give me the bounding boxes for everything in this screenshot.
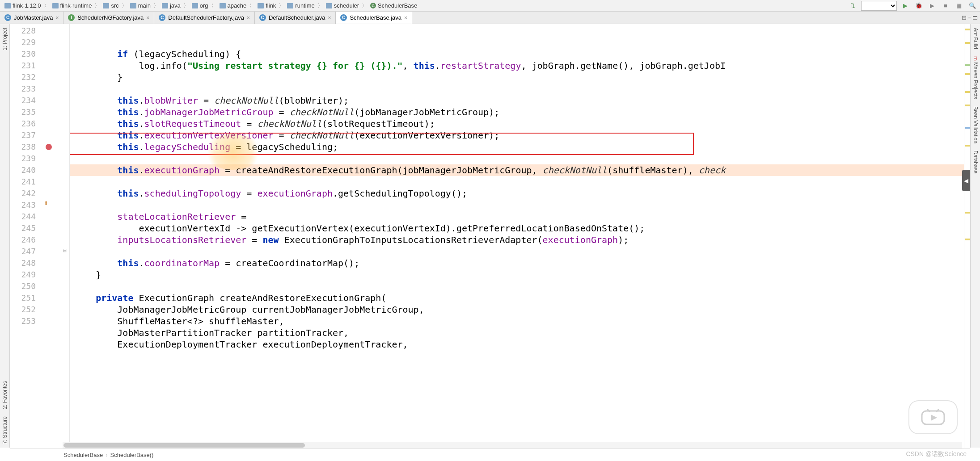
line-number[interactable]: 243 [10,199,36,211]
breadcrumb-item[interactable]: flink-1.12.0 [3,2,43,9]
line-number[interactable]: 230 [10,48,36,60]
line-number[interactable]: 248 [10,257,36,269]
line-number[interactable]: 252 [10,304,36,315]
editor-tab[interactable]: CDefaultScheduler.java× [255,12,336,24]
line-number[interactable]: 231 [10,60,36,71]
line-number[interactable]: 234 [10,95,36,106]
code-line[interactable]: this.blobWriter = checkNotNull(blobWrite… [70,95,964,106]
close-icon[interactable]: × [55,15,59,21]
line-number[interactable]: 244 [10,211,36,222]
run-coverage-icon[interactable]: ▶ [927,1,937,11]
ant-build-button[interactable]: Ant Build [972,24,979,53]
line-number[interactable]: 251 [10,292,36,304]
line-number[interactable]: 245 [10,222,36,234]
debug-icon[interactable]: 🐞 [914,1,924,11]
bean-validation-button[interactable]: Bean Validation [972,103,979,147]
error-stripe[interactable] [964,24,970,448]
code-line[interactable]: inputsLocationsRetriever = new Execution… [70,234,964,246]
close-icon[interactable]: × [146,15,149,21]
code-line[interactable]: this.slotRequestTimeout = checkNotNull(s… [70,118,964,130]
code-line[interactable] [70,153,964,164]
breadcrumb-item[interactable]: src [101,2,120,9]
line-number[interactable]: 229 [10,37,36,48]
line-number[interactable]: 246 [10,234,36,246]
code-pane[interactable]: if (legacyScheduling) { log.info("Using … [70,24,964,448]
close-icon[interactable]: × [247,15,250,21]
breakpoint-icon[interactable] [46,144,52,150]
code-line[interactable]: } [70,269,964,281]
line-number[interactable]: 249 [10,269,36,281]
close-icon[interactable]: × [404,15,407,21]
tab-dropdown-icon[interactable]: ≡ 🗖 [968,15,977,21]
line-number[interactable]: 253 [10,315,36,327]
tab-overflow-icon[interactable]: ⊟ [962,14,967,21]
breadcrumb-item[interactable]: main [128,2,152,9]
code-line[interactable] [70,199,964,211]
favorites-tool-button[interactable]: 2: Favorites [2,377,8,413]
line-number[interactable]: 236 [10,118,36,130]
line-number[interactable]: 240 [10,164,36,176]
layout-icon[interactable]: ▦ [954,1,964,11]
code-line[interactable]: JobMasterPartitionTracker partitionTrack… [70,327,964,339]
close-icon[interactable]: × [328,15,331,21]
line-number[interactable]: 247 [10,246,36,257]
line-number[interactable]: 233 [10,83,36,95]
code-line[interactable]: JobManagerJobMetricGroup currentJobManag… [70,304,964,315]
maven-projects-button[interactable]: m Maven Projects [972,53,979,103]
code-line[interactable]: } [70,71,964,83]
line-number[interactable]: 250 [10,281,36,292]
breadcrumb-item[interactable]: flink-runtime [51,2,94,9]
code-line[interactable]: ShuffleMaster<?> shuffleMaster, [70,315,964,327]
structure-tool-button[interactable]: 7: Structure [2,413,8,448]
breadcrumb-item[interactable]: apache [218,2,249,9]
line-number[interactable]: 232 [10,71,36,83]
run-icon[interactable]: ▶ [900,1,910,11]
code-line[interactable] [70,176,964,188]
line-number[interactable]: 239 [10,153,36,164]
line-number[interactable]: 235 [10,106,36,118]
code-line[interactable]: if (legacyScheduling) { [70,48,964,60]
breadcrumb-item[interactable]: runtime [285,2,316,9]
breadcrumb-item[interactable]: java [160,2,182,9]
fold-icon[interactable]: ⊟ [63,247,67,253]
line-number[interactable]: 241 [10,176,36,188]
code-line[interactable]: this.executionGraph = createAndRestoreEx… [70,164,964,176]
override-icon[interactable]: ⬆ [44,200,48,206]
line-number[interactable]: 242 [10,188,36,199]
line-number[interactable]: 237 [10,130,36,141]
code-line[interactable]: executionVertexId -> getExecutionVertex(… [70,222,964,234]
scrollbar-thumb[interactable] [63,443,305,448]
bottom-crumb-class[interactable]: SchedulerBase [63,452,103,458]
code-line[interactable]: ExecutionDeploymentTracker executionDepl… [70,339,964,350]
sort-icon[interactable]: ⇅ [848,1,858,11]
code-line[interactable]: this.schedulingTopology = executionGraph… [70,188,964,199]
database-button[interactable]: Database [972,147,979,177]
code-line[interactable]: this.jobManagerJobMetricGroup = checkNot… [70,106,964,118]
editor-tab[interactable]: ISchedulerNGFactory.java× [63,12,154,24]
code-line[interactable] [70,281,964,292]
breadcrumb-item[interactable]: flink [256,2,278,9]
bottom-crumb-method[interactable]: SchedulerBase() [110,452,154,458]
side-panel-collapse-handle[interactable]: ◀ [962,170,970,191]
code-line[interactable]: private ExecutionGraph createAndRestoreE… [70,292,964,304]
line-number[interactable]: 238 [10,141,36,153]
project-tool-button[interactable]: 1: Project [2,24,8,54]
code-line[interactable]: stateLocationRetriever = [70,211,964,222]
code-line[interactable]: log.info("Using restart strategy {} for … [70,60,964,71]
editor-tab[interactable]: CSchedulerBase.java× [336,12,412,24]
breadcrumb-item[interactable]: org [190,2,210,9]
line-number[interactable]: 228 [10,25,36,37]
breadcrumb-item[interactable]: scheduler [324,2,361,9]
line-number-gutter[interactable]: 2282292302312322332342352362372382392402… [10,24,41,448]
horizontal-scrollbar[interactable] [63,442,962,448]
code-line[interactable]: this.coordinatorMap = createCoordinatorM… [70,257,964,269]
editor-tab[interactable]: CDefaultSchedulerFactory.java× [154,12,255,24]
search-icon[interactable]: 🔍 [967,1,977,11]
code-line[interactable]: this.legacyScheduling = legacyScheduling… [70,141,964,153]
editor-tab[interactable]: CJobMaster.java× [0,12,63,24]
code-line[interactable] [70,83,964,95]
run-config-dropdown[interactable] [861,1,897,11]
marker-gutter[interactable]: ⬆⊟ [41,24,70,448]
code-line[interactable]: this.executionVertexVersioner = checkNot… [70,130,964,141]
code-line[interactable] [70,246,964,257]
